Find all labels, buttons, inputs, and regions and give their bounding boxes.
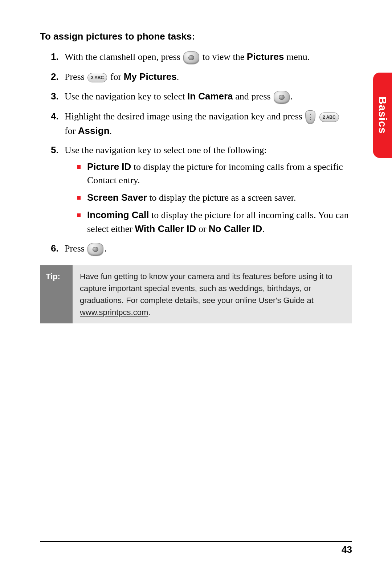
step-2: Press 2 ABC for My Pictures. <box>51 70 352 84</box>
bold-label: In Camera <box>187 91 233 102</box>
tip-text: Have fun getting to know your camera and… <box>80 272 332 305</box>
bold-label: With Caller ID <box>135 223 196 234</box>
bold-label: Screen Saver <box>87 192 147 203</box>
sub-option-list: Picture ID to display the picture for in… <box>65 160 352 236</box>
step-5: Use the navigation key to select one of … <box>51 143 352 236</box>
step-text: Press <box>65 72 87 82</box>
step-text: . <box>104 243 107 254</box>
page-number: 43 <box>40 544 352 555</box>
step-text: for <box>110 72 124 82</box>
step-1: With the clamshell open, press to view t… <box>51 50 352 64</box>
step-text: and press <box>233 91 273 102</box>
footer-rule <box>40 541 352 542</box>
sub-option: Screen Saver to display the picture as a… <box>77 191 352 205</box>
step-text: Use the navigation key to select one of … <box>65 145 267 155</box>
step-text: With the clamshell open, press <box>65 52 183 62</box>
bold-label: Incoming Call <box>87 209 149 220</box>
step-text: Highlight the desired image using the na… <box>65 111 305 122</box>
step-4: Highlight the desired image using the na… <box>51 110 352 138</box>
page-footer: 43 <box>40 541 352 555</box>
tip-body: Have fun getting to know your camera and… <box>73 265 352 323</box>
step-text: . <box>290 91 293 102</box>
step-text: to view the <box>203 52 247 62</box>
step-text: menu. <box>284 52 310 62</box>
tip-url: www.sprintpcs.com <box>80 308 148 317</box>
sub-option: Incoming Call to display the picture for… <box>77 208 352 236</box>
ok-button-icon <box>274 91 290 104</box>
step-3: Use the navigation key to select In Came… <box>51 90 352 104</box>
bold-label: Picture ID <box>87 161 131 172</box>
instruction-list: With the clamshell open, press to view t… <box>51 50 352 256</box>
step-6: Press . <box>51 242 352 256</box>
step-text: for <box>65 126 78 136</box>
step-text: . <box>262 224 265 234</box>
bold-label: No Caller ID <box>209 223 262 234</box>
step-text: to display the picture as a screen saver… <box>147 192 296 203</box>
tip-text: . <box>148 308 150 317</box>
ok-button-icon <box>87 243 103 256</box>
ok-button-icon <box>183 51 199 64</box>
softkey-icon <box>305 110 315 124</box>
step-text: . <box>110 126 112 136</box>
section-tab-label: Basics <box>376 97 389 134</box>
bold-label: Assign <box>78 125 110 136</box>
tip-box: Tip: Have fun getting to know your camer… <box>40 265 352 323</box>
key-2abc-icon: 2 ABC <box>319 113 339 122</box>
bold-label: Pictures <box>247 51 284 62</box>
section-heading: To assign pictures to phone tasks: <box>40 31 352 42</box>
step-text: . <box>177 72 179 82</box>
step-text: Use the navigation key to select <box>65 91 187 102</box>
section-tab: Basics <box>373 73 392 158</box>
step-text: or <box>196 224 209 234</box>
key-2abc-icon: 2 ABC <box>87 73 107 82</box>
tip-label: Tip: <box>40 265 73 323</box>
bold-label: My Pictures <box>124 71 177 82</box>
sub-option: Picture ID to display the picture for in… <box>77 160 352 187</box>
manual-page: To assign pictures to phone tasks: With … <box>0 0 392 588</box>
step-text: Press <box>65 243 87 254</box>
